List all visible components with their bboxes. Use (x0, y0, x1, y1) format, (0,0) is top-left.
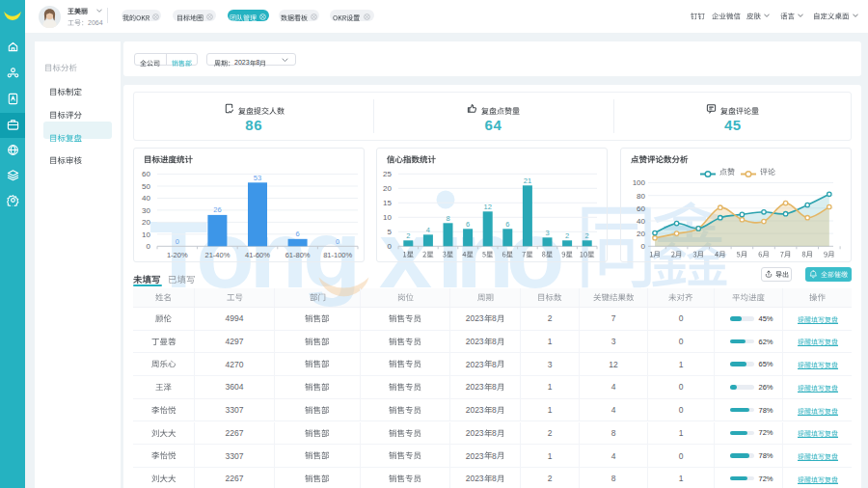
svg-text:40: 40 (142, 194, 150, 203)
svg-text:21: 21 (524, 176, 531, 185)
svg-text:0: 0 (336, 237, 339, 246)
svg-text:61-80%: 61-80% (285, 251, 311, 259)
svg-text:100: 100 (632, 178, 645, 187)
svg-text:0: 0 (176, 237, 179, 246)
svg-text:0: 0 (388, 242, 393, 251)
svg-text:0: 0 (147, 242, 151, 251)
svg-text:40: 40 (637, 217, 645, 226)
svg-text:21-40%: 21-40% (204, 251, 230, 259)
svg-text:6: 6 (505, 220, 509, 229)
svg-text:30: 30 (142, 206, 150, 215)
svg-text:20: 20 (383, 184, 392, 193)
svg-text:80: 80 (637, 192, 645, 201)
svg-text:26: 26 (213, 205, 221, 214)
svg-text:4: 4 (426, 226, 430, 234)
svg-text:2: 2 (565, 231, 569, 240)
svg-text:6: 6 (296, 230, 300, 238)
svg-text:53: 53 (254, 174, 261, 182)
svg-text:10: 10 (383, 213, 392, 222)
svg-text:0: 0 (640, 242, 645, 251)
svg-text:20: 20 (637, 230, 645, 238)
svg-text:5: 5 (388, 228, 393, 236)
svg-text:60: 60 (637, 204, 645, 213)
svg-text:12: 12 (484, 203, 492, 211)
svg-text:8: 8 (446, 214, 449, 223)
svg-text:3: 3 (545, 229, 549, 237)
svg-text:81-100%: 81-100% (323, 251, 352, 259)
svg-text:2: 2 (585, 231, 589, 240)
svg-text:10: 10 (142, 230, 150, 239)
svg-text:50: 50 (142, 182, 150, 191)
svg-text:25: 25 (383, 170, 392, 178)
svg-text:60: 60 (142, 170, 150, 178)
svg-text:2: 2 (406, 231, 410, 240)
svg-text:20: 20 (142, 218, 150, 227)
svg-text:6: 6 (466, 220, 470, 229)
svg-text:15: 15 (383, 199, 392, 207)
svg-text:1-20%: 1-20% (167, 251, 188, 259)
svg-text:41-60%: 41-60% (245, 251, 270, 259)
